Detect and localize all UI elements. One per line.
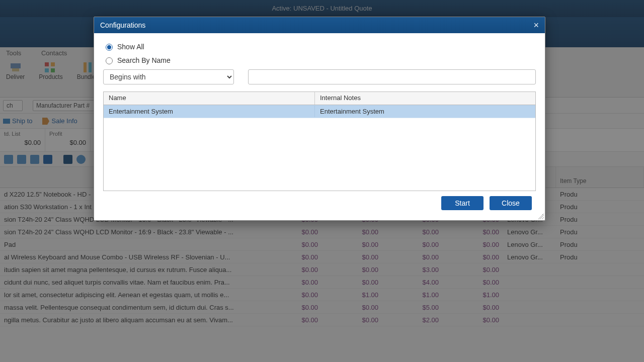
config-row[interactable]: Entertainment SystemEntertainment System [104,105,535,118]
config-row-name: Entertainment System [104,106,315,117]
radio-show-all-label: Show All [117,43,144,51]
radio-show-all-input[interactable] [106,44,113,51]
col-internal-notes: Internal Notes [315,92,535,105]
config-grid: Name Internal Notes Entertainment System… [103,92,536,191]
resize-grip-icon[interactable] [538,213,544,219]
radio-search-by-name[interactable]: Search By Name [103,56,536,64]
start-button[interactable]: Start [441,196,484,210]
configurations-dialog: Configurations × Show All Search By Name… [94,17,545,221]
radio-search-by-name-input[interactable] [106,57,113,64]
radio-search-by-name-label: Search By Name [117,56,171,64]
config-row-notes: Entertainment System [315,106,535,117]
match-mode-select[interactable]: Begins with [103,69,234,84]
close-icon[interactable]: × [533,21,539,30]
col-name: Name [104,92,315,105]
dialog-titlebar: Configurations × [94,17,545,33]
close-button[interactable]: Close [490,196,532,210]
config-grid-header: Name Internal Notes [104,92,535,105]
search-input[interactable] [248,69,536,84]
radio-show-all[interactable]: Show All [103,42,536,51]
dialog-title: Configurations [100,17,145,33]
